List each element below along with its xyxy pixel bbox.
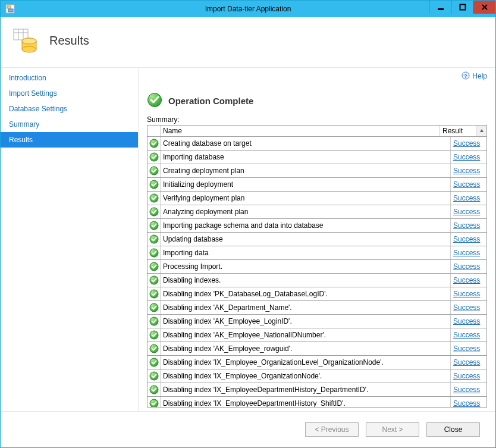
header-pane: Results [1, 17, 495, 67]
row-status-icon [147, 205, 161, 218]
table-row[interactable]: Updating databaseSuccess [147, 233, 486, 246]
result-link[interactable]: Success [453, 358, 480, 366]
result-link[interactable]: Success [453, 139, 480, 148]
row-status-icon [147, 274, 161, 287]
sidebar-item-introduction[interactable]: Introduction [1, 70, 138, 86]
table-row[interactable]: Disabling index 'PK_DatabaseLog_Database… [147, 287, 486, 301]
close-wizard-button[interactable]: Close [426, 422, 480, 437]
row-result-cell: Success [451, 219, 486, 232]
row-status-icon [147, 192, 161, 205]
table-row[interactable]: Verifying deployment planSuccess [147, 192, 486, 205]
table-row[interactable]: Importing dataSuccess [147, 246, 486, 260]
table-row[interactable]: Processing Import.Success [147, 260, 486, 274]
result-link[interactable]: Success [453, 167, 480, 175]
table-row[interactable]: Importing databaseSuccess [147, 151, 486, 164]
sidebar-item-database-settings[interactable]: Database Settings [1, 101, 138, 117]
result-link[interactable]: Success [453, 386, 480, 394]
close-button[interactable] [473, 1, 495, 14]
sidebar-item-label: Import Settings [9, 89, 57, 98]
maximize-button[interactable] [451, 1, 473, 14]
help-icon: ? [462, 71, 470, 82]
row-name-cell: Disabling index 'IX_Employee_Organizatio… [161, 369, 451, 383]
row-name-cell: Creating database on target [161, 137, 451, 150]
table-row[interactable]: Disabling index 'AK_Employee_rowguid'.Su… [147, 342, 486, 356]
result-link[interactable]: Success [453, 221, 480, 230]
previous-button[interactable]: < Previous [305, 422, 359, 437]
result-link[interactable]: Success [453, 344, 480, 353]
next-button[interactable]: Next > [366, 422, 419, 437]
result-link[interactable]: Success [453, 194, 480, 202]
row-status-icon [147, 383, 161, 396]
status-text: Operation Complete [168, 96, 253, 106]
table-row[interactable]: Disabling index 'AK_Employee_LoginID'.Su… [147, 315, 486, 328]
svg-rect-3 [438, 8, 444, 10]
result-link[interactable]: Success [453, 235, 480, 243]
table-row[interactable]: Disabling indexes.Success [147, 274, 486, 287]
result-link[interactable]: Success [453, 317, 480, 325]
result-link[interactable]: Success [453, 262, 480, 271]
result-link[interactable]: Success [453, 249, 480, 257]
row-status-icon [147, 178, 161, 191]
table-row[interactable]: Analyzing deployment planSuccess [147, 205, 486, 219]
row-status-icon [147, 315, 161, 328]
sidebar-item-import-settings[interactable]: Import Settings [1, 86, 138, 101]
result-link[interactable]: Success [453, 399, 480, 407]
row-status-icon [147, 301, 161, 314]
row-status-icon [147, 287, 161, 300]
table-row[interactable]: Creating database on targetSuccess [147, 137, 486, 151]
row-name-cell: Verifying deployment plan [161, 192, 451, 205]
row-result-cell: Success [451, 274, 486, 287]
row-result-cell: Success [451, 383, 486, 396]
svg-point-13 [22, 46, 36, 52]
svg-rect-1 [7, 6, 11, 8]
operation-status: Operation Complete [147, 84, 487, 113]
row-result-cell: Success [451, 301, 486, 314]
row-result-cell: Success [451, 356, 486, 369]
result-link[interactable]: Success [453, 180, 480, 189]
table-row[interactable]: Creating deployment planSuccess [147, 164, 486, 178]
help-link[interactable]: ? Help [462, 71, 487, 82]
table-row[interactable]: Disabling index 'AK_Department_Name'.Suc… [147, 301, 486, 315]
result-link[interactable]: Success [453, 372, 480, 380]
scroll-up-button[interactable] [476, 126, 486, 136]
row-result-cell: Success [451, 369, 486, 383]
result-link[interactable]: Success [453, 303, 480, 312]
row-status-icon [147, 246, 161, 259]
results-table: Name Result Creating database on targetS… [147, 125, 487, 408]
row-name-cell: Processing Import. [161, 260, 451, 273]
wizard-window: Import Data-tier Application [0, 0, 496, 448]
result-link[interactable]: Success [453, 153, 480, 161]
svg-point-38 [150, 399, 158, 407]
row-result-cell: Success [451, 205, 486, 218]
result-link[interactable]: Success [453, 208, 480, 216]
col-header-result[interactable]: Result [440, 126, 476, 136]
titlebar: Import Data-tier Application [1, 1, 495, 17]
result-link[interactable]: Success [453, 290, 480, 298]
sidebar-item-results[interactable]: Results [1, 132, 138, 148]
table-row[interactable]: Disabling index 'IX_EmployeeDepartmentHi… [147, 397, 486, 407]
sidebar-item-summary[interactable]: Summary [1, 117, 138, 132]
minimize-button[interactable] [429, 1, 451, 14]
result-link[interactable]: Success [453, 331, 480, 339]
table-body[interactable]: Creating database on targetSuccessImport… [147, 137, 486, 407]
table-row[interactable]: Disabling index 'IX_Employee_Organizatio… [147, 356, 486, 369]
sidebar-item-label: Database Settings [9, 105, 67, 113]
col-header-name[interactable]: Name [161, 126, 440, 136]
row-status-icon [147, 164, 161, 177]
row-status-icon [147, 356, 161, 369]
table-row[interactable]: Disabling index 'IX_EmployeeDepartmentHi… [147, 383, 486, 397]
row-name-cell: Disabling index 'AK_Department_Name'. [161, 301, 451, 314]
content-area: ? Help [139, 68, 495, 411]
table-row[interactable]: Importing package schema and data into d… [147, 219, 486, 233]
row-status-icon [147, 328, 161, 342]
row-name-cell: Disabling index 'AK_Employee_rowguid'. [161, 342, 451, 355]
table-row[interactable]: Initializing deploymentSuccess [147, 178, 486, 192]
row-result-cell: Success [451, 164, 486, 177]
result-link[interactable]: Success [453, 276, 480, 284]
sidebar-item-label: Introduction [9, 74, 46, 82]
row-status-icon [147, 342, 161, 355]
table-row[interactable]: Disabling index 'AK_Employee_NationalIDN… [147, 328, 486, 342]
row-status-icon [147, 369, 161, 383]
table-row[interactable]: Disabling index 'IX_Employee_Organizatio… [147, 369, 486, 383]
col-header-status[interactable] [147, 126, 161, 136]
